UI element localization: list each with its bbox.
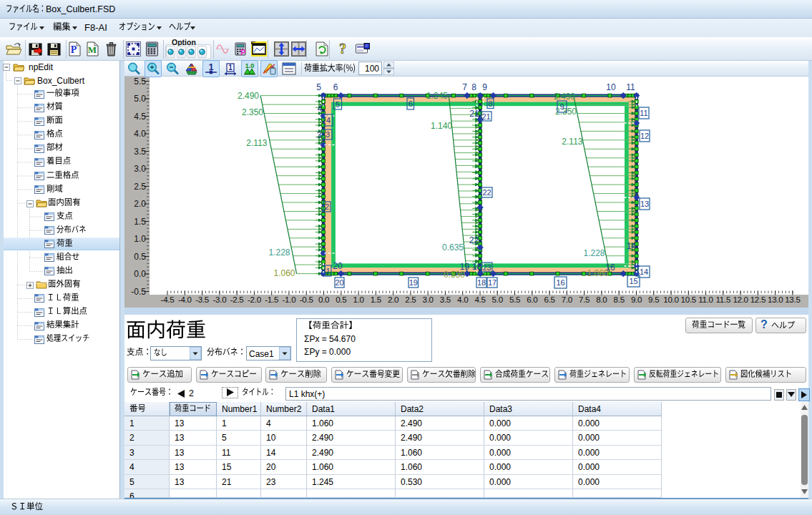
svg-text:6: 6	[333, 82, 338, 92]
svg-text:6.0: 6.0	[527, 295, 537, 304]
svg-text:10: 10	[606, 82, 616, 92]
svg-text:8: 8	[471, 82, 476, 92]
svg-text:5: 5	[336, 100, 340, 109]
svg-text:1.140: 1.140	[431, 121, 452, 131]
svg-text:-0.5: -0.5	[300, 295, 313, 304]
svg-text:4: 4	[318, 104, 323, 114]
svg-text:3: 3	[317, 130, 322, 140]
svg-text:0.635: 0.635	[442, 242, 464, 252]
svg-text:6.5: 6.5	[544, 295, 554, 304]
svg-text:0.0: 0.0	[134, 269, 146, 279]
svg-text:3.0: 3.0	[134, 164, 146, 174]
svg-text:-3.5: -3.5	[195, 295, 209, 304]
svg-text:2.0: 2.0	[388, 295, 398, 304]
svg-text:2.0: 2.0	[134, 199, 146, 209]
svg-text:11.5: 11.5	[716, 295, 731, 304]
svg-text:20: 20	[333, 261, 343, 271]
svg-text:0.0: 0.0	[318, 295, 329, 304]
svg-text:2.350: 2.350	[242, 107, 263, 117]
svg-text:13: 13	[640, 200, 649, 208]
svg-text:12.0: 12.0	[733, 295, 748, 304]
svg-text:17: 17	[488, 278, 497, 287]
svg-text:5.5: 5.5	[134, 77, 146, 87]
svg-text:19: 19	[460, 262, 470, 272]
svg-text:3.5: 3.5	[134, 147, 146, 157]
svg-text:P: P	[71, 44, 77, 55]
svg-text:6: 6	[409, 99, 413, 108]
svg-text:21: 21	[469, 109, 479, 119]
svg-text:4.0: 4.0	[134, 129, 146, 139]
svg-text:2.490: 2.490	[238, 91, 259, 101]
svg-text:2.113: 2.113	[562, 137, 582, 147]
svg-text:19: 19	[409, 278, 418, 287]
svg-text:-1.5: -1.5	[265, 295, 278, 304]
svg-text:14: 14	[640, 268, 648, 276]
svg-text:P: P	[240, 48, 245, 56]
svg-text:16: 16	[605, 263, 615, 273]
svg-text:1.228: 1.228	[268, 247, 290, 258]
svg-text:5: 5	[316, 82, 321, 92]
svg-text:8.5: 8.5	[614, 295, 625, 304]
svg-text:M: M	[88, 44, 97, 55]
svg-text:7.5: 7.5	[579, 295, 590, 304]
svg-text:9: 9	[482, 82, 487, 92]
svg-text:14: 14	[627, 241, 637, 251]
svg-text:22: 22	[482, 188, 491, 197]
svg-text:2.5: 2.5	[134, 182, 146, 192]
svg-text:5.5: 5.5	[509, 295, 520, 304]
svg-text:4: 4	[326, 116, 331, 124]
svg-text:15: 15	[629, 277, 637, 285]
svg-text:1.060: 1.060	[273, 268, 295, 278]
svg-text:2.5: 2.5	[405, 295, 416, 304]
svg-text:1.0: 1.0	[353, 295, 363, 304]
svg-text:10.0: 10.0	[663, 295, 678, 304]
svg-text:18: 18	[472, 262, 482, 272]
svg-text:2.350: 2.350	[555, 107, 577, 117]
svg-text:3.5: 3.5	[440, 295, 451, 304]
svg-text:8: 8	[488, 99, 492, 108]
svg-text:4.5: 4.5	[134, 112, 146, 122]
svg-text:11: 11	[626, 82, 635, 92]
svg-text:0.5: 0.5	[134, 252, 146, 262]
svg-text:-4.5: -4.5	[161, 295, 175, 304]
svg-text:9.0: 9.0	[631, 295, 642, 304]
svg-text:0.5: 0.5	[336, 295, 346, 304]
svg-text:7.0: 7.0	[562, 295, 572, 304]
svg-text:22: 22	[469, 235, 479, 245]
svg-text:9.5: 9.5	[648, 295, 659, 304]
svg-text:2: 2	[325, 202, 329, 211]
svg-text:21: 21	[481, 112, 490, 121]
svg-text:1.245: 1.245	[426, 91, 448, 101]
svg-text:12.5: 12.5	[750, 295, 765, 304]
svg-text:3: 3	[326, 130, 330, 139]
svg-text:4.0: 4.0	[457, 295, 468, 304]
svg-text:12: 12	[640, 132, 649, 140]
svg-text:1: 1	[228, 64, 233, 72]
svg-text:?: ?	[339, 41, 346, 57]
svg-text:1.5: 1.5	[371, 295, 381, 304]
svg-text:-3.0: -3.0	[213, 295, 227, 304]
svg-text:-0.5: -0.5	[131, 287, 146, 297]
svg-text:-2.5: -2.5	[230, 295, 244, 304]
svg-text:9: 9	[559, 102, 564, 111]
svg-text:5.0: 5.0	[492, 295, 503, 304]
svg-text:-4.0: -4.0	[178, 295, 192, 304]
svg-text:1: 1	[326, 267, 330, 275]
svg-text:8.0: 8.0	[596, 295, 607, 304]
svg-text:13.5: 13.5	[785, 295, 800, 304]
svg-text:-2.0: -2.0	[248, 295, 261, 304]
svg-text:5.0: 5.0	[134, 94, 146, 104]
svg-text:11: 11	[640, 109, 647, 117]
svg-text:1.228: 1.228	[583, 248, 605, 258]
svg-text:4.5: 4.5	[474, 295, 485, 304]
svg-text:11.0: 11.0	[698, 295, 713, 304]
svg-text:16: 16	[556, 278, 564, 287]
svg-text:23: 23	[482, 263, 491, 272]
svg-text:3.0: 3.0	[422, 295, 433, 304]
svg-text:18: 18	[477, 278, 486, 287]
svg-text:2.113: 2.113	[246, 138, 267, 148]
svg-text:10.5: 10.5	[681, 295, 696, 304]
svg-text:20: 20	[335, 278, 343, 287]
svg-text:13.0: 13.0	[768, 295, 783, 304]
svg-text:1.0: 1.0	[245, 62, 255, 69]
